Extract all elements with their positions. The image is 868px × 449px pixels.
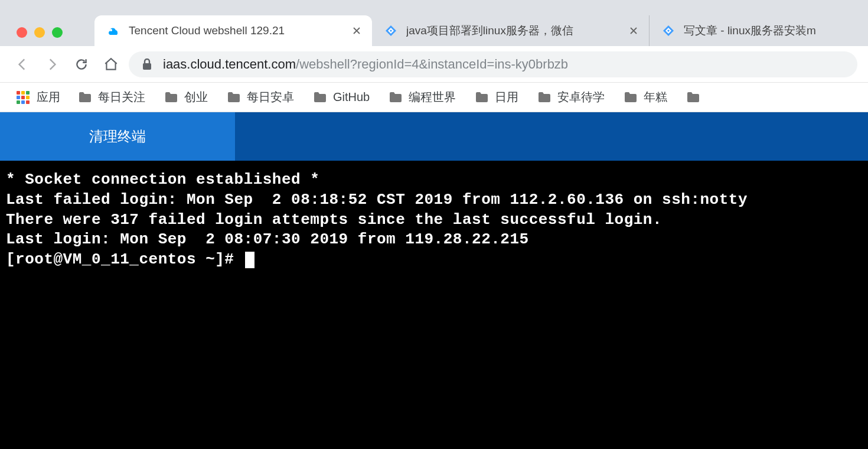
csdn-icon	[384, 24, 398, 38]
address-bar[interactable]: iaas.cloud.tencent.com/webshell?regionId…	[129, 51, 857, 77]
svg-rect-1	[143, 63, 151, 70]
folder-icon	[78, 92, 92, 103]
window-minimize-button[interactable]	[34, 27, 45, 38]
terminal-output[interactable]: * Socket connection established *Last fa…	[0, 161, 868, 449]
home-button[interactable]	[99, 53, 123, 76]
folder-icon	[164, 92, 178, 103]
tab-close-button[interactable]	[351, 25, 363, 37]
bookmark-item[interactable]: 创业	[157, 87, 215, 108]
folder-icon	[227, 92, 241, 103]
apps-grid-icon	[17, 91, 30, 104]
clear-terminal-label: 清理终端	[89, 127, 146, 146]
browser-tab-strip: Tencent Cloud webshell 129.21 java项目部署到l…	[0, 0, 868, 46]
bookmark-label: 每日安卓	[247, 89, 294, 105]
bookmarks-bar: 应用 每日关注创业每日安卓GitHub编程世界日用安卓待学年糕	[0, 83, 868, 112]
browser-tab[interactable]: java项目部署到linux服务器，微信	[372, 15, 650, 46]
bookmark-item[interactable]: 日用	[468, 87, 526, 108]
csdn-icon	[661, 24, 676, 38]
terminal-line: Last login: Mon Sep 2 08:07:30 2019 from…	[6, 230, 862, 250]
bookmark-label: 安卓待学	[557, 89, 605, 105]
browser-tab[interactable]: 写文章 - linux服务器安装m	[650, 15, 862, 46]
terminal-prompt-line: [root@VM_0_11_centos ~]#	[6, 250, 862, 270]
bookmark-label: GitHub	[333, 90, 370, 104]
tab-close-button[interactable]	[628, 25, 639, 37]
reload-button[interactable]	[70, 53, 93, 76]
terminal-line: * Socket connection established *	[6, 170, 862, 190]
terminal-toolbar: 清理终端	[0, 112, 868, 161]
tab-title: 写文章 - linux服务器安装m	[684, 23, 853, 38]
browser-tab-active[interactable]: Tencent Cloud webshell 129.21	[94, 15, 372, 46]
browser-toolbar: iaas.cloud.tencent.com/webshell?regionId…	[0, 46, 868, 83]
url-host: iaas.cloud.tencent.com	[163, 57, 296, 72]
bookmark-item[interactable]: 年糕	[616, 87, 674, 108]
terminal-line: There were 317 failed login attempts sin…	[6, 210, 862, 230]
window-close-button[interactable]	[17, 27, 27, 38]
forward-button[interactable]	[40, 53, 64, 76]
terminal-cursor	[245, 252, 254, 268]
lock-icon	[142, 58, 152, 70]
window-maximize-button[interactable]	[52, 27, 63, 38]
bookmark-label: 年糕	[644, 89, 667, 105]
bookmark-label: 创业	[184, 89, 208, 105]
bookmark-label: 日用	[495, 89, 518, 105]
bookmark-item[interactable]: 安卓待学	[530, 87, 612, 108]
bookmark-item[interactable]: GitHub	[306, 87, 377, 108]
svg-point-0	[110, 29, 112, 31]
terminal-prompt: [root@VM_0_11_centos ~]#	[6, 250, 244, 268]
bookmark-label: 每日关注	[98, 89, 145, 105]
clear-terminal-button[interactable]: 清理终端	[0, 112, 235, 161]
macos-window-controls	[17, 27, 63, 38]
folder-icon	[475, 92, 489, 103]
bookmark-item[interactable]	[679, 87, 707, 108]
bookmark-item[interactable]: 编程世界	[381, 87, 463, 108]
folder-icon	[389, 92, 403, 103]
bookmark-item[interactable]: 每日安卓	[220, 87, 301, 108]
terminal-line: Last failed login: Mon Sep 2 08:18:52 CS…	[6, 190, 862, 210]
tencent-cloud-icon	[106, 24, 120, 38]
bookmark-item[interactable]: 每日关注	[71, 87, 152, 108]
folder-icon	[624, 92, 638, 103]
back-button[interactable]	[11, 53, 34, 76]
tab-title: java项目部署到linux服务器，微信	[406, 23, 622, 38]
folder-icon	[686, 92, 700, 103]
url-path: /webshell?regionId=4&instanceId=ins-ky0b…	[296, 57, 568, 72]
folder-icon	[313, 92, 327, 103]
tab-title: Tencent Cloud webshell 129.21	[129, 24, 345, 37]
apps-button[interactable]: 应用	[11, 87, 66, 108]
apps-label: 应用	[37, 89, 60, 105]
bookmark-label: 编程世界	[409, 89, 456, 105]
folder-icon	[537, 92, 552, 103]
